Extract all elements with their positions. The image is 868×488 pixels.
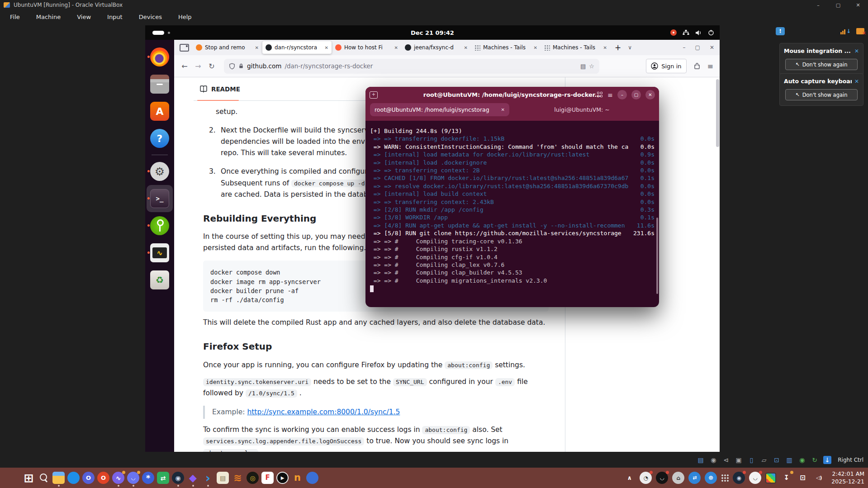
- steam-tray-icon[interactable]: ◉: [733, 472, 745, 484]
- notification-close-icon[interactable]: ✕: [854, 78, 859, 85]
- volume-tray-icon[interactable]: ◁): [813, 472, 825, 484]
- url-bar[interactable]: github.com/dan-r/syncstorage-rs-docker ▤…: [224, 59, 599, 74]
- tab-close-icon[interactable]: ✕: [534, 45, 537, 50]
- new-tab-button[interactable]: +: [611, 43, 625, 52]
- menu-view[interactable]: View: [69, 10, 99, 24]
- optical-drives-status-icon[interactable]: ◉: [709, 456, 717, 464]
- menu-devices[interactable]: Devices: [131, 10, 170, 24]
- terminal-maximize-button[interactable]: ▢: [631, 90, 641, 99]
- menu-file[interactable]: File: [2, 10, 28, 24]
- reader-mode-icon[interactable]: ▤: [580, 63, 586, 70]
- scope-dark-app[interactable]: ◎: [247, 472, 259, 484]
- terminal-close-button[interactable]: ✕: [645, 90, 655, 99]
- dock-item-firefox[interactable]: [147, 43, 173, 71]
- firefox-view-icon[interactable]: [180, 44, 189, 52]
- file-explorer[interactable]: [52, 472, 65, 484]
- features-status-icon[interactable]: ◉: [798, 456, 806, 464]
- tray-app-dark[interactable]: ◡: [656, 472, 668, 484]
- start-button[interactable]: ⊞: [23, 472, 35, 484]
- firefox-close-button[interactable]: ✕: [710, 44, 714, 51]
- terminal-menu-icon[interactable]: ≡: [607, 91, 613, 99]
- terminal-tab-root[interactable]: root@UbuntuVM: /home/luigi/syncstorag ✕: [370, 103, 509, 116]
- reload-button[interactable]: ↻: [205, 62, 218, 71]
- terminal-tab-close-icon[interactable]: ✕: [501, 107, 505, 112]
- network-status-icon[interactable]: ▣: [735, 456, 743, 464]
- recording-status-icon[interactable]: ▥: [785, 456, 793, 464]
- tray-app-gray[interactable]: ⌂: [672, 472, 684, 484]
- topbar-status-area[interactable]: [670, 25, 714, 40]
- obsidian-app[interactable]: ◆: [187, 472, 199, 484]
- tab-2[interactable]: dan-r/syncstora✕: [262, 41, 332, 54]
- tab-close-icon[interactable]: ✕: [325, 45, 328, 50]
- tailscale-tray-icon[interactable]: [721, 474, 729, 482]
- wave-purple-app[interactable]: ∿: [112, 472, 124, 484]
- taskbar-clock[interactable]: 2:42:01 AM 2025-12-21: [831, 470, 864, 486]
- dock-item-settings[interactable]: ⚙: [147, 158, 173, 185]
- terminal-output[interactable]: [+] Building 244.8s (9/13) => => transfe…: [365, 121, 659, 307]
- back-button[interactable]: ←: [178, 62, 191, 71]
- discord-tray-icon[interactable]: ◡: [749, 472, 761, 484]
- search-button[interactable]: [38, 472, 50, 484]
- o-indigo-app[interactable]: O: [82, 472, 95, 484]
- dock-item-trash[interactable]: ♻: [147, 266, 173, 294]
- tab-close-icon[interactable]: ✕: [255, 45, 259, 50]
- tab-1[interactable]: Stop and remo✕: [193, 41, 262, 54]
- shared-folders-status-icon[interactable]: ▱: [760, 456, 768, 464]
- tray-expand-button[interactable]: ∧: [623, 472, 636, 484]
- dock-item-passwords[interactable]: [147, 212, 173, 239]
- n-orange-app[interactable]: n: [291, 472, 304, 484]
- tab-close-icon[interactable]: ✕: [464, 45, 468, 50]
- dock-item-help[interactable]: ?: [147, 125, 173, 152]
- terminal-scrollbar-thumb[interactable]: [656, 218, 658, 294]
- readme-tab-label[interactable]: README: [211, 85, 240, 93]
- f-red-app[interactable]: F: [261, 472, 274, 484]
- download-tray-icon[interactable]: ↧: [780, 472, 792, 484]
- tab-4[interactable]: jeena/fxsync-d✕: [402, 41, 471, 54]
- display-status-icon[interactable]: ⊡: [773, 456, 781, 464]
- tray-wheel-icon[interactable]: ☸: [705, 472, 717, 484]
- menu-machine[interactable]: Machine: [28, 10, 69, 24]
- dock-item-system-monitor[interactable]: ∿: [147, 239, 173, 266]
- dont-show-again-button[interactable]: ↖ Don't show again: [785, 89, 858, 100]
- maximize-button[interactable]: ▢: [828, 0, 848, 10]
- tray-sync-icon[interactable]: ⇄: [688, 472, 701, 484]
- terminal-minimize-button[interactable]: –: [617, 90, 627, 99]
- hard-disks-status-icon[interactable]: ▤: [697, 456, 705, 464]
- menu-input[interactable]: Input: [99, 10, 131, 24]
- firefox-maximize-button[interactable]: ▢: [695, 44, 700, 51]
- blue-star-app[interactable]: *: [142, 472, 154, 484]
- minimize-button[interactable]: –: [808, 0, 828, 10]
- extensions-icon[interactable]: [693, 62, 701, 70]
- sync-example-link[interactable]: http://sync.example.com:8000/1.0/sync/1.…: [247, 408, 400, 416]
- menu-help[interactable]: Help: [170, 10, 200, 24]
- dock-item-app-center[interactable]: A: [147, 98, 173, 125]
- sync-green-app[interactable]: ⇄: [157, 472, 169, 484]
- bookmark-star-icon[interactable]: ☆: [589, 63, 594, 70]
- dock-item-terminal[interactable]: >_: [147, 185, 173, 212]
- tab-6[interactable]: Machines - Tails✕: [541, 41, 610, 54]
- close-button[interactable]: ✕: [848, 0, 868, 10]
- page-scrollbar-thumb[interactable]: [716, 79, 719, 147]
- blue-small-app[interactable]: [306, 472, 318, 484]
- vscode-app[interactable]: ›: [202, 472, 214, 484]
- tab-overview-icon[interactable]: [597, 92, 603, 98]
- app-menu-icon[interactable]: ≡: [707, 62, 713, 71]
- photos-tray-icon[interactable]: [765, 473, 776, 483]
- audio-status-icon[interactable]: ⊲: [722, 456, 730, 464]
- dont-show-again-button[interactable]: ↖ Don't show again: [785, 59, 858, 70]
- notes-app[interactable]: ▤: [217, 472, 229, 484]
- notification-center-toggle[interactable]: ↓: [823, 456, 831, 464]
- sort-notifications-icon[interactable]: ↓: [840, 28, 851, 34]
- forward-button[interactable]: →: [191, 62, 205, 71]
- usb-status-icon[interactable]: ▯: [747, 456, 755, 464]
- tab-close-icon[interactable]: ✕: [394, 45, 398, 50]
- terminal-new-tab-icon[interactable]: +: [370, 91, 378, 99]
- list-tabs-button[interactable]: ∨: [625, 44, 635, 51]
- layers-orange-app[interactable]: ≋: [232, 472, 244, 484]
- ubuntu-clock[interactable]: Dec 21 09:42: [145, 25, 720, 40]
- media-play-app[interactable]: ▶: [276, 472, 289, 484]
- firefox-minimize-button[interactable]: –: [683, 44, 686, 51]
- vm-activity-status-icon[interactable]: ↻: [811, 456, 819, 464]
- discard-all-notifications-icon[interactable]: ✕: [856, 28, 864, 34]
- browser-blue-app[interactable]: [67, 472, 80, 484]
